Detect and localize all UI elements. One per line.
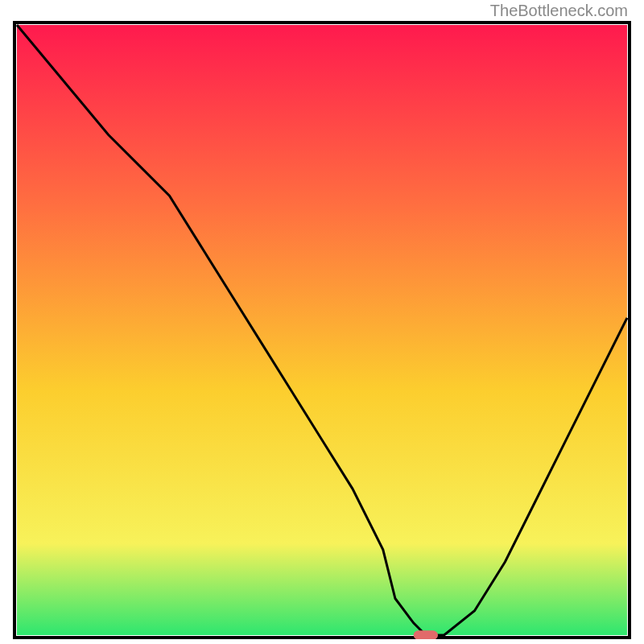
bottleneck-chart xyxy=(13,21,631,639)
marker-point xyxy=(414,630,438,639)
chart-svg xyxy=(13,21,631,639)
watermark-text: TheBottleneck.com xyxy=(490,2,628,20)
chart-gradient-bg xyxy=(17,25,627,635)
